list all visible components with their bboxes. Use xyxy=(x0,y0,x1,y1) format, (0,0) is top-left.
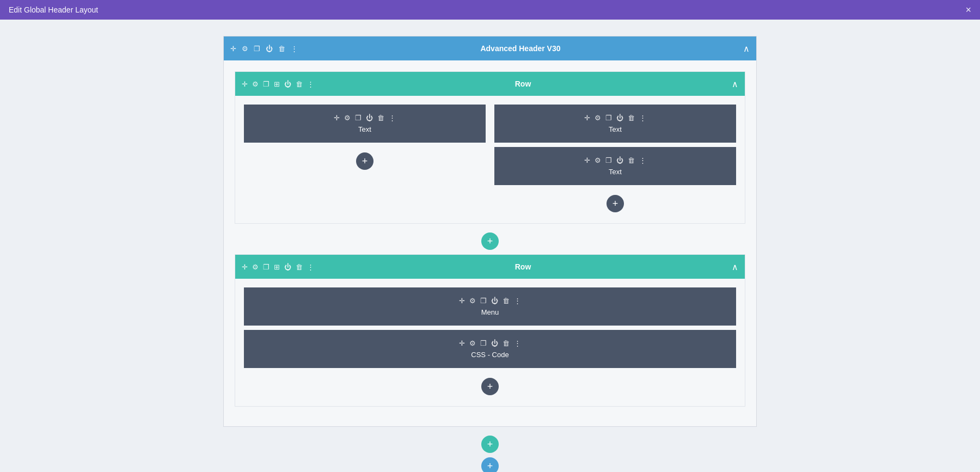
row1-icons: ✛ ⚙ ❐ ⊞ ⏻ 🗑 ⋮ xyxy=(242,80,314,88)
row2-duplicate-icon[interactable]: ❐ xyxy=(263,263,270,271)
main-content: ✛ ⚙ ❐ ⏻ 🗑 ⋮ Advanced Header V30 ∧ ✛ ⚙ ❐ … xyxy=(0,20,980,472)
mod5-move-icon[interactable]: ✛ xyxy=(459,339,465,347)
mod1-settings-icon[interactable]: ⚙ xyxy=(344,114,351,122)
mod5-more-icon[interactable]: ⋮ xyxy=(514,339,521,347)
row1-delete-icon[interactable]: 🗑 xyxy=(296,80,303,88)
row1-duplicate-icon[interactable]: ❐ xyxy=(263,80,270,88)
more-icon[interactable]: ⋮ xyxy=(291,45,298,53)
mod3-duplicate-icon[interactable]: ❐ xyxy=(605,156,612,164)
row2-power-icon[interactable]: ⏻ xyxy=(284,263,291,271)
mod2-move-icon[interactable]: ✛ xyxy=(584,114,590,122)
mod3-move-icon[interactable]: ✛ xyxy=(584,156,590,164)
row2-collapse-button[interactable]: ∧ xyxy=(732,262,738,272)
mod1-power-icon[interactable]: ⏻ xyxy=(366,114,373,122)
mod2-more-icon[interactable]: ⋮ xyxy=(639,114,646,122)
mod1-more-icon[interactable]: ⋮ xyxy=(389,114,396,122)
module-text-2[interactable]: ✛ ⚙ ❐ ⏻ 🗑 ⋮ Text xyxy=(494,105,736,143)
module5-label: CSS - Code xyxy=(471,351,509,359)
module3-label: Text xyxy=(609,168,622,176)
row1-columns: ✛ ⚙ ❐ ⏻ 🗑 ⋮ Text + xyxy=(244,105,736,214)
bottom-buttons: + + xyxy=(481,436,499,472)
add-row-btn-1[interactable]: + xyxy=(481,232,499,250)
row2-settings-icon[interactable]: ⚙ xyxy=(252,263,259,271)
module2-label: Text xyxy=(609,125,622,133)
mod3-settings-icon[interactable]: ⚙ xyxy=(595,156,601,164)
add-row-blue-btn[interactable]: + xyxy=(481,457,499,472)
header-title: Advanced Header V30 xyxy=(298,44,743,53)
module-text-1[interactable]: ✛ ⚙ ❐ ⏻ 🗑 ⋮ Text xyxy=(244,105,486,143)
mod5-power-icon[interactable]: ⏻ xyxy=(491,339,498,347)
row2-inner: ✛ ⚙ ❐ ⏻ 🗑 ⋮ Menu xyxy=(235,279,745,406)
mod2-duplicate-icon[interactable]: ❐ xyxy=(605,114,612,122)
duplicate-icon[interactable]: ❐ xyxy=(254,45,260,53)
row1-move-icon[interactable]: ✛ xyxy=(242,80,248,88)
row2-title: Row xyxy=(314,262,732,271)
module2-icons: ✛ ⚙ ❐ ⏻ 🗑 ⋮ xyxy=(584,114,646,122)
add-row-teal-btn[interactable]: + xyxy=(481,436,499,453)
power-icon[interactable]: ⏻ xyxy=(266,45,273,53)
dialog-title: Edit Global Header Layout xyxy=(9,5,98,14)
module-text-3[interactable]: ✛ ⚙ ❐ ⏻ 🗑 ⋮ Text xyxy=(494,147,736,185)
module4-label: Menu xyxy=(481,308,499,316)
row1-settings-icon[interactable]: ⚙ xyxy=(252,80,259,88)
row1-collapse-button[interactable]: ∧ xyxy=(732,79,738,89)
mod1-delete-icon[interactable]: 🗑 xyxy=(377,114,384,122)
mod2-power-icon[interactable]: ⏻ xyxy=(616,114,623,122)
move-icon[interactable]: ✛ xyxy=(230,45,236,53)
settings-icon[interactable]: ⚙ xyxy=(242,45,248,53)
mod1-duplicate-icon[interactable]: ❐ xyxy=(355,114,362,122)
close-button[interactable]: × xyxy=(965,5,971,15)
add-module-btn-col1[interactable]: + xyxy=(356,152,373,170)
mod5-duplicate-icon[interactable]: ❐ xyxy=(480,339,487,347)
row-bar-1: ✛ ⚙ ❐ ⊞ ⏻ 🗑 ⋮ Row ∧ xyxy=(235,72,745,96)
module3-icons: ✛ ⚙ ❐ ⏻ 🗑 ⋮ xyxy=(584,156,646,164)
mod5-settings-icon[interactable]: ⚙ xyxy=(469,339,476,347)
module-css-code[interactable]: ✛ ⚙ ❐ ⏻ 🗑 ⋮ CSS - Code xyxy=(244,330,736,368)
row2-move-icon[interactable]: ✛ xyxy=(242,263,248,271)
layout-container: ✛ ⚙ ❐ ⏻ 🗑 ⋮ Advanced Header V30 ∧ ✛ ⚙ ❐ … xyxy=(223,36,757,427)
mod3-power-icon[interactable]: ⏻ xyxy=(616,156,623,164)
collapse-header-button[interactable]: ∧ xyxy=(743,44,750,54)
module4-icons: ✛ ⚙ ❐ ⏻ 🗑 ⋮ xyxy=(459,297,521,305)
mod4-duplicate-icon[interactable]: ❐ xyxy=(480,297,487,305)
title-bar: Edit Global Header Layout × xyxy=(0,0,980,20)
module-menu[interactable]: ✛ ⚙ ❐ ⏻ 🗑 ⋮ Menu xyxy=(244,287,736,326)
row2-columns: ✛ ⚙ ❐ ⏻ 🗑 ⋮ Menu xyxy=(244,287,736,397)
row2-delete-icon[interactable]: 🗑 xyxy=(296,263,303,271)
add-module-btn-col2[interactable]: + xyxy=(607,195,624,212)
mod4-settings-icon[interactable]: ⚙ xyxy=(469,297,476,305)
column-1: ✛ ⚙ ❐ ⏻ 🗑 ⋮ Text + xyxy=(244,105,486,214)
column-3: ✛ ⚙ ❐ ⏻ 🗑 ⋮ Menu xyxy=(244,287,736,397)
mod4-more-icon[interactable]: ⋮ xyxy=(514,297,521,305)
mod2-settings-icon[interactable]: ⚙ xyxy=(595,114,601,122)
header-bar-icons: ✛ ⚙ ❐ ⏻ 🗑 ⋮ xyxy=(230,45,298,53)
module5-icons: ✛ ⚙ ❐ ⏻ 🗑 ⋮ xyxy=(459,339,521,347)
row-section-2: ✛ ⚙ ❐ ⊞ ⏻ 🗑 ⋮ Row ∧ xyxy=(235,254,745,407)
mod4-delete-icon[interactable]: 🗑 xyxy=(503,297,510,305)
delete-icon[interactable]: 🗑 xyxy=(278,45,285,53)
module1-icons: ✛ ⚙ ❐ ⏻ 🗑 ⋮ xyxy=(334,114,396,122)
mod4-move-icon[interactable]: ✛ xyxy=(459,297,465,305)
row1-inner: ✛ ⚙ ❐ ⏻ 🗑 ⋮ Text + xyxy=(235,96,745,223)
row1-title: Row xyxy=(314,79,732,88)
mod1-move-icon[interactable]: ✛ xyxy=(334,114,340,122)
row-bar-2: ✛ ⚙ ❐ ⊞ ⏻ 🗑 ⋮ Row ∧ xyxy=(235,255,745,279)
row2-more-icon[interactable]: ⋮ xyxy=(307,263,314,271)
header-bar: ✛ ⚙ ❐ ⏻ 🗑 ⋮ Advanced Header V30 ∧ xyxy=(224,36,756,60)
mod3-more-icon[interactable]: ⋮ xyxy=(639,156,646,164)
mod5-delete-icon[interactable]: 🗑 xyxy=(503,339,510,347)
row1-power-icon[interactable]: ⏻ xyxy=(284,80,291,88)
row2-icons: ✛ ⚙ ❐ ⊞ ⏻ 🗑 ⋮ xyxy=(242,263,314,271)
mod3-delete-icon[interactable]: 🗑 xyxy=(628,156,635,164)
row1-columns-icon[interactable]: ⊞ xyxy=(274,80,280,88)
mod2-delete-icon[interactable]: 🗑 xyxy=(628,114,635,122)
header-inner-content: ✛ ⚙ ❐ ⊞ ⏻ 🗑 ⋮ Row ∧ xyxy=(224,60,756,426)
module1-label: Text xyxy=(358,125,371,133)
column-2: ✛ ⚙ ❐ ⏻ 🗑 ⋮ Text xyxy=(494,105,736,214)
row-section-1: ✛ ⚙ ❐ ⊞ ⏻ 🗑 ⋮ Row ∧ xyxy=(235,71,745,224)
row2-columns-icon[interactable]: ⊞ xyxy=(274,263,280,271)
between-rows-1: + xyxy=(235,232,745,250)
row1-more-icon[interactable]: ⋮ xyxy=(307,80,314,88)
add-module-btn-col3[interactable]: + xyxy=(481,378,499,395)
mod4-power-icon[interactable]: ⏻ xyxy=(491,297,498,305)
